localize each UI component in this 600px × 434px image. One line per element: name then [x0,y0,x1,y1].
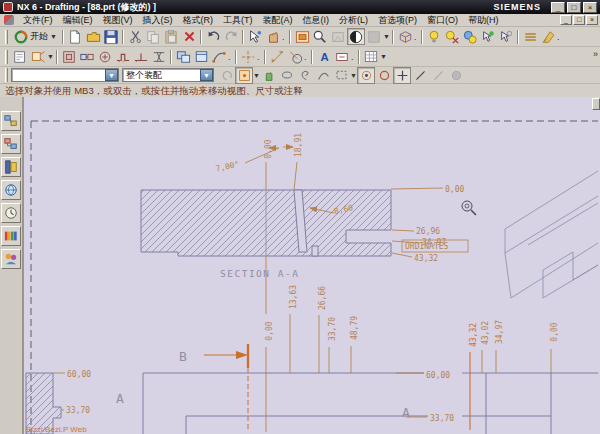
detail-view-icon[interactable] [96,48,114,65]
chevron-down-icon[interactable]: ▼ [383,33,390,40]
chevron-down-icon[interactable]: ▼ [200,69,213,81]
pan-hand-icon[interactable] [260,67,278,84]
selection-scope-combo[interactable]: 整个装配 ▼ [122,68,214,82]
new-sheet-icon[interactable] [11,48,29,65]
radial-dimension-icon[interactable] [286,48,304,65]
snapshot-icon[interactable] [329,28,347,45]
dim-angle[interactable]: 7,00° [215,160,240,174]
dim-mid-zero[interactable]: 0,00 [265,321,274,340]
sketch-icon[interactable] [210,48,228,65]
linear-dimension-icon[interactable] [268,48,286,65]
chevron-down-icon[interactable]: ▼ [105,69,118,81]
dim-43-32[interactable]: 43,32 [414,254,438,263]
dim-right-33-70[interactable]: 33,70 [430,414,454,423]
minimize-button[interactable]: _ [551,2,565,13]
close-button[interactable]: × [583,2,597,13]
toolbar-overflow-chevron[interactable]: » [593,49,598,59]
orient-view-icon[interactable] [396,28,414,45]
menu-information[interactable]: 信息(I) [298,14,335,27]
rectangle-select-icon[interactable] [332,67,350,84]
spiral-point-icon[interactable] [296,67,314,84]
projected-view-icon[interactable] [78,48,96,65]
dim-low-zero[interactable]: 0,00 [550,322,559,341]
shaded-view-icon[interactable] [347,28,365,45]
menu-insert[interactable]: 插入(S) [138,14,178,27]
dim-left-33-70[interactable]: 33,70 [66,406,90,415]
chevron-down-icon[interactable]: ▼ [47,53,54,60]
fit-view-icon[interactable] [293,28,311,45]
restore-button[interactable]: □ [567,2,581,13]
internet-explorer-tab[interactable] [1,180,21,200]
isometric-view[interactable] [505,171,598,298]
curve-point-icon[interactable] [314,67,332,84]
undo-icon[interactable] [204,28,222,45]
rollback-icon[interactable] [217,67,235,84]
drag-hand-icon[interactable] [264,28,282,45]
menu-view[interactable]: 视图(V) [98,14,138,27]
half-section-view-icon[interactable] [132,48,150,65]
show-hide-icon[interactable] [425,28,443,45]
mdi-minimize-button[interactable]: _ [560,15,572,25]
dim-26-66[interactable]: 26,66 [318,286,327,310]
dim-43-02[interactable]: 43,02 [481,321,490,345]
immediate-hide-icon[interactable] [443,28,461,45]
history-tab[interactable] [1,203,21,223]
cut-icon[interactable] [126,28,144,45]
point-on-curve-icon[interactable] [357,67,375,84]
dim-13-63[interactable]: 13,63 [289,285,298,309]
view-wizard-icon[interactable] [29,48,47,65]
ellipse-point-icon[interactable] [278,67,296,84]
delete-icon[interactable] [180,28,198,45]
face-analysis-icon[interactable] [365,28,383,45]
layer-settings-icon[interactable] [521,28,539,45]
menu-analysis[interactable]: 分析(L) [334,14,373,27]
menu-preferences[interactable]: 首选项(P) [373,14,422,27]
select-cursor-icon[interactable] [246,28,264,45]
hide-cursor-icon[interactable] [497,28,515,45]
ordinates-label[interactable]: ORDINATES [405,242,449,251]
toolbar-grip[interactable] [5,50,8,64]
menu-format[interactable]: 格式(R) [178,14,219,27]
dim-48-79[interactable]: 48,79 [350,316,359,340]
dim-26-96[interactable]: 26,96 [416,227,440,236]
dim-mid-33-70[interactable]: 33,70 [328,317,337,341]
toolbar-grip[interactable] [5,30,8,44]
paste-icon[interactable] [162,28,180,45]
invert-shown-icon[interactable] [461,28,479,45]
snap-point-icon[interactable] [235,67,253,84]
menu-help[interactable]: 帮助(H) [463,14,504,27]
mdi-restore-button[interactable]: □ [573,15,585,25]
menu-window[interactable]: 窗口(O) [422,14,463,27]
toolbar-grip[interactable] [5,68,8,82]
tangent-line-icon[interactable] [429,67,447,84]
part-navigator-tab[interactable] [1,157,21,177]
section-label[interactable]: SECTION A-A [220,268,299,279]
update-views-icon[interactable] [174,48,192,65]
dim-left-60-00[interactable]: 60,00 [67,370,91,379]
graphics-window[interactable]: 7,00° 0,00 18,91 8,60 0,00 26,96 34,97 O… [24,97,600,434]
centerline-icon[interactable] [239,48,257,65]
feature-symbol-icon[interactable] [333,48,351,65]
dim-top-zero[interactable]: 0,00 [264,139,273,158]
display-sheet-icon[interactable] [192,48,210,65]
visual-preferences-icon[interactable] [539,28,557,45]
sphere-point-icon[interactable] [447,67,465,84]
dim-low-34-97[interactable]: 34,97 [495,320,504,344]
menu-file[interactable]: 文件(F) [18,14,58,27]
chevron-down-icon[interactable]: ▼ [380,53,387,60]
redo-icon[interactable] [222,28,240,45]
dim-18-91[interactable]: 18,91 [294,133,303,157]
dim-right-60-00[interactable]: 60,00 [426,371,450,380]
mdi-close-button[interactable]: × [586,15,598,25]
start-button[interactable]: 开始 ▼ [11,28,60,45]
copy-icon[interactable] [144,28,162,45]
dim-ord-zero[interactable]: 0,00 [445,185,464,194]
roles-tab[interactable] [1,249,21,269]
menu-assemblies[interactable]: 装配(A) [258,14,298,27]
dim-low-43-32[interactable]: 43,32 [469,323,478,347]
type-filter-combo[interactable]: ▼ [11,68,119,82]
save-icon[interactable] [102,28,120,45]
assembly-navigator-tab[interactable] [1,111,21,131]
note-icon[interactable]: A [315,48,333,65]
chevron-down-icon[interactable]: ▼ [350,72,357,79]
